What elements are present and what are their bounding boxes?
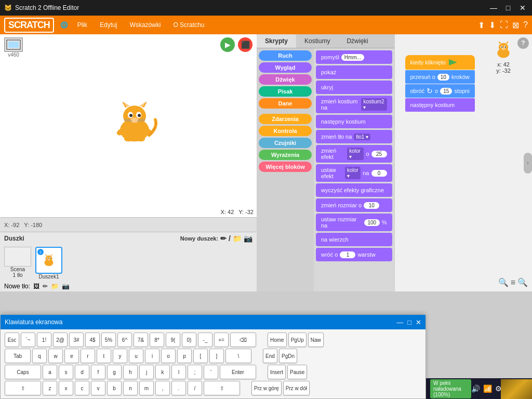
key-comma[interactable]: , (155, 381, 170, 395)
tab-scripts[interactable]: Skrypty (257, 34, 296, 48)
block-nastepny-kostium[interactable]: następny kostium (316, 115, 392, 128)
block-pokaz[interactable]: pokaż (316, 65, 392, 79)
key-f[interactable]: f (91, 365, 105, 379)
cat-looks[interactable]: Wygląd (259, 62, 312, 73)
tlo-dropdown[interactable]: tło1 ▾ (354, 134, 370, 140)
keyboard-close[interactable]: ✕ (416, 318, 421, 326)
block-ustaw-efekt[interactable]: ustaw efekt kolor ▾ na 0 (316, 164, 392, 182)
script-block-rotate[interactable]: obróć ↻ o 15 stopni (405, 84, 475, 98)
key-n[interactable]: n (123, 381, 138, 395)
script-block-event[interactable]: kiedy kliknięto (405, 55, 475, 70)
key-quote[interactable]: ' (204, 365, 218, 379)
paint-bg-icon[interactable]: ✏ (43, 283, 48, 290)
key-5[interactable]: 5% (101, 332, 116, 347)
key-pgdn[interactable]: PgDn (279, 349, 297, 363)
key-naw[interactable]: Naw (308, 332, 324, 347)
key-h[interactable]: h (123, 365, 138, 379)
key-backspace[interactable]: ⌫ (230, 332, 256, 347)
key-y[interactable]: y (113, 349, 127, 363)
script-block-move[interactable]: przesuń o 10 kroków (405, 70, 475, 84)
block-zmien-kostium[interactable]: zmień kostium na kostium2 ▾ (316, 96, 392, 113)
network-icon[interactable]: 📶 (483, 384, 492, 393)
key-period[interactable]: . (171, 381, 186, 395)
block-zmien-rozmiar[interactable]: zmień rozmiar o 10 (316, 198, 392, 212)
key-u[interactable]: u (129, 349, 143, 363)
scratch-logo[interactable]: SCRATCH (4, 18, 54, 33)
key-e[interactable]: e (64, 349, 79, 363)
zoom-in-button[interactable]: 🔍 (517, 277, 528, 287)
cat-control[interactable]: Kontrola (259, 126, 312, 136)
block-zmien-efekt[interactable]: zmień efekt kolor ▾ o 25 (316, 145, 392, 163)
scroll-handle[interactable]: › (524, 153, 532, 174)
keyboard-maximize[interactable]: □ (407, 318, 411, 326)
key-pgup[interactable]: PgUp (288, 332, 307, 347)
menu-tips[interactable]: Wskazówki (126, 19, 164, 31)
resize-icon[interactable]: ⊠ (512, 20, 519, 30)
key-rbracket[interactable]: ] (209, 349, 224, 363)
key-home[interactable]: Home (268, 332, 287, 347)
cat-operators[interactable]: Wyrażenia (259, 150, 312, 160)
block-wroc-warstw[interactable]: wróć o 1 warstw (316, 248, 392, 261)
folder-bg-icon[interactable]: 📁 (51, 283, 59, 290)
upload-icon[interactable]: ⬆ (478, 20, 485, 30)
efekt-dropdown2[interactable]: kolor ▾ (345, 167, 361, 179)
kostium-dropdown[interactable]: kostium2 ▾ (361, 98, 387, 111)
key-v[interactable]: v (91, 381, 105, 395)
green-flag-button[interactable]: ▶ (220, 37, 235, 52)
key-6[interactable]: 6^ (117, 332, 132, 347)
key-minus[interactable]: -_ (198, 332, 212, 347)
key-esc[interactable]: Esc (5, 332, 19, 347)
key-c[interactable]: c (75, 381, 89, 395)
cat-more[interactable]: Więcej bloków (259, 162, 312, 172)
key-a[interactable]: a (43, 365, 57, 379)
paint-sprite-button[interactable]: ✏ (220, 234, 227, 243)
zoom-out-button[interactable]: 🔍 (498, 277, 509, 287)
key-r[interactable]: r (81, 349, 95, 363)
key-b[interactable]: b (107, 381, 122, 395)
key-przw-dol[interactable]: Prz w dół (283, 381, 310, 395)
block-ustaw-rozmiar[interactable]: ustaw rozmiar na 100 % (316, 214, 392, 231)
fullscreen-icon[interactable]: ⛶ (500, 20, 508, 30)
download-icon[interactable]: ⬇ (489, 20, 496, 30)
key-9[interactable]: 9( (166, 332, 180, 347)
key-m[interactable]: m (139, 381, 154, 395)
key-tilde[interactable]: `~ (21, 332, 35, 347)
key-caps[interactable]: Caps (5, 365, 41, 379)
cat-events[interactable]: Zdarzenia (259, 114, 312, 124)
block-wyczys-efekty[interactable]: wyczyść efekty graficzne (316, 183, 392, 197)
tab-sounds[interactable]: Dźwięki (338, 34, 376, 48)
block-ukryj[interactable]: ukryj (316, 81, 392, 94)
close-button[interactable]: ✕ (517, 4, 528, 12)
key-w[interactable]: w (48, 349, 63, 363)
key-l[interactable]: l (171, 365, 186, 379)
key-o[interactable]: o (161, 349, 176, 363)
key-d[interactable]: d (75, 365, 89, 379)
cat-sound[interactable]: Dźwięk (259, 74, 312, 85)
key-semicolon[interactable]: ; (188, 365, 202, 379)
scene-thumbnail[interactable]: Scena 1 tło (4, 247, 31, 280)
menu-edit[interactable]: Edytuj (97, 19, 120, 31)
key-lshift[interactable]: ⇧ (5, 381, 41, 395)
key-s[interactable]: s (59, 365, 73, 379)
help-button[interactable]: ? (517, 37, 529, 49)
key-insert[interactable]: Insert (268, 365, 286, 379)
key-backslash[interactable]: \ (225, 349, 251, 363)
sprite-thumbnail[interactable]: i (35, 247, 62, 274)
cat-data[interactable]: Dane (259, 98, 312, 109)
key-j[interactable]: j (139, 365, 154, 379)
menu-about[interactable]: O Scratchu (170, 19, 207, 31)
sprite-item[interactable]: i Duszek1 (35, 247, 62, 280)
tab-costumes[interactable]: Kostiumy (296, 34, 338, 48)
key-enter[interactable]: Enter (220, 365, 256, 379)
key-1[interactable]: 1! (37, 332, 51, 347)
script-area[interactable]: ? x: 42 y: -32 kiedy kliknięto (394, 34, 533, 291)
maximize-button[interactable]: □ (503, 4, 513, 12)
key-q[interactable]: q (32, 349, 47, 363)
key-lbracket[interactable]: [ (193, 349, 208, 363)
key-7[interactable]: 7& (134, 332, 148, 347)
camera-sprite-button[interactable]: 📷 (244, 234, 252, 243)
key-p[interactable]: p (177, 349, 192, 363)
block-pomysl[interactable]: pomyśl Hmm... (316, 50, 392, 64)
key-3[interactable]: 3# (69, 332, 84, 347)
key-pause[interactable]: Pause (287, 365, 307, 379)
